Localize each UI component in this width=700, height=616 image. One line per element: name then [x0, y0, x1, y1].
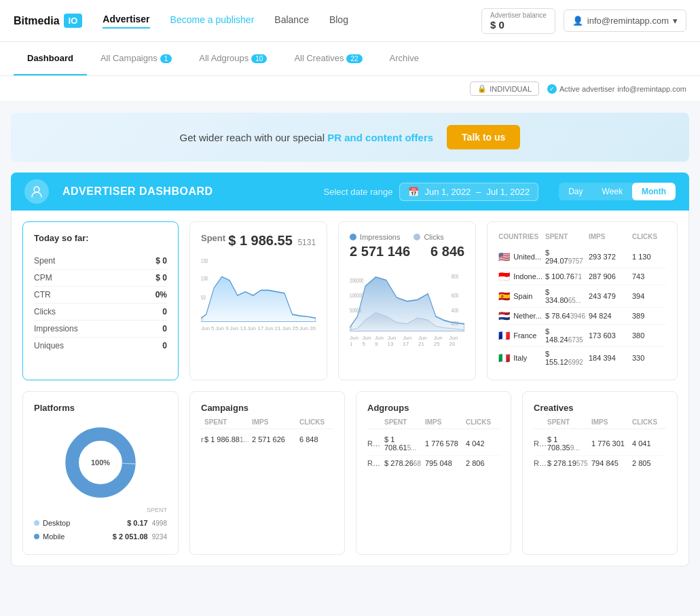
svg-text:200: 200 [452, 320, 458, 327]
individual-badge: 🔒 INDIVIDUAL [470, 81, 539, 96]
spent-label: Spent [201, 233, 225, 243]
day-button[interactable]: Day [559, 183, 592, 200]
nav-advertiser[interactable]: Advertiser [103, 14, 149, 29]
country-name-fr: 🇫🇷France [498, 330, 542, 341]
adgroups-table-header: SPENT IMPS CLICKS [367, 418, 500, 429]
nav-balance[interactable]: Balance [274, 14, 309, 28]
bottom-cards-row: Platforms 100% SPENT Desktop [22, 391, 678, 555]
balance-button[interactable]: Advertiser balance $ 0 [481, 8, 555, 34]
creatives-table: SPENT IMPS CLICKS Remintlow $ 1 708.359.… [534, 418, 666, 471]
lock-icon: 🔒 [477, 84, 487, 93]
today-spent-row: Spent $ 0 [34, 253, 167, 270]
today-ctr-label: CTR [34, 290, 51, 300]
spent-chart-labels: Jun 5Jun 9Jun 13Jun 17Jun 21Jun 25Jun 20 [201, 325, 316, 331]
adgroups-row-1: Remint Go... $ 278.2668 795 048 2 806 [367, 456, 500, 471]
platforms-title: Platforms [34, 403, 167, 413]
today-clicks-row: Clicks 0 [34, 304, 167, 321]
svg-text:100000: 100000 [350, 292, 363, 299]
date-range-label: Select date range [324, 187, 393, 197]
user-icon: 👤 [572, 16, 583, 26]
tab-dashboard[interactable]: Dashboard [14, 42, 87, 75]
country-imps-fr: 173 603 [589, 331, 629, 340]
mobile-platform-row: Mobile $ 2 051.08 9234 [34, 530, 167, 543]
date-range-picker[interactable]: 📅 Jun 1, 2022 – Jul 1, 2022 [399, 183, 538, 201]
month-button[interactable]: Month [632, 183, 676, 200]
tab-archive[interactable]: Archive [376, 42, 432, 75]
campaigns-badge: 1 [160, 54, 172, 63]
campaigns-title: Campaigns [201, 403, 333, 413]
creatives-card: Creatives SPENT IMPS CLICKS Remintlow $ … [522, 391, 678, 555]
country-name-es: 🇪🇸Spain [498, 291, 542, 302]
spent-value: $ 1 986.55 [228, 233, 293, 248]
svg-text:0: 0 [350, 325, 352, 331]
person-icon [30, 185, 43, 198]
svg-text:100: 100 [201, 275, 208, 282]
country-clicks-fr: 380 [632, 331, 666, 340]
today-uniques-value: 0 [162, 341, 167, 350]
logo-text: Bitmedia [14, 15, 60, 27]
country-spent-es: $ 334.80 [545, 288, 568, 304]
week-button[interactable]: Week [593, 183, 632, 200]
active-label: Active advertiser [559, 85, 614, 93]
balance-label: Advertiser balance [490, 12, 547, 19]
country-clicks-id: 743 [632, 272, 666, 280]
adgroups-badge: 10 [251, 54, 267, 63]
adgroup-imps-0: 1 776 578 [425, 439, 466, 448]
individual-label: INDIVIDUAL [490, 85, 532, 93]
country-row-nl: 🇳🇱Nether... $ 78.643946 94 824 389 [498, 308, 666, 325]
svg-text:0: 0 [201, 315, 203, 322]
country-imps-us: 293 372 [589, 253, 629, 261]
creative-imps-1: 794 845 [591, 459, 632, 467]
donut-label: 100% [91, 458, 110, 467]
main-content: Today so far: Spent $ 0 CPM $ 0 CTR 0% C… [11, 211, 689, 566]
today-spent-value: $ 0 [155, 256, 167, 266]
country-name-id: 🇮🇩Indone... [498, 271, 542, 282]
country-row-it: 🇮🇹Italy $ 155.126992 184 394 330 [498, 347, 666, 369]
tab-adgroups[interactable]: All Adgroups10 [185, 42, 280, 75]
creatives-title: Creatives [534, 403, 666, 413]
nav-blog[interactable]: Blog [329, 14, 348, 28]
mobile-label: Mobile [34, 532, 65, 541]
tab-campaigns[interactable]: All Campaigns1 [87, 42, 185, 75]
spent-card: Spent $ 1 986.55 5131 0 50 [189, 221, 327, 380]
campaign-imps-0: 2 571 626 [252, 435, 299, 443]
dashboard-header: ADVERTISER DASHBOARD Select date range 📅… [11, 173, 689, 211]
talk-to-us-button[interactable]: Talk to us [447, 125, 520, 149]
imps-chart-labels: Jun 1Jun 5Jun 9Jun 13Jun 17Jun 21Jun 25J… [350, 335, 464, 347]
mobile-values: $ 2 051.08 9234 [113, 532, 167, 541]
svg-text:50: 50 [201, 294, 206, 301]
creative-name-1: Remintlow [534, 459, 547, 467]
today-uniques-row: Uniques 0 [34, 338, 167, 354]
country-clicks-nl: 389 [632, 312, 666, 320]
nav-publisher[interactable]: Become a publisher [170, 14, 255, 28]
spent-sub: 5131 [297, 238, 316, 247]
mobile-spent: $ 2 051.08 [113, 532, 148, 541]
logo[interactable]: Bitmedia IO [14, 14, 82, 28]
tab-creatives[interactable]: All Creatives22 [280, 42, 375, 75]
creative-clicks-0: 4 041 [632, 439, 666, 448]
platforms-card: Platforms 100% SPENT Desktop [22, 391, 179, 555]
adgroup-clicks-0: 4 042 [466, 439, 500, 448]
today-imps-row: Impressions 0 [34, 321, 167, 338]
desktop-spent: $ 0.17 [127, 519, 148, 527]
campaigns-row-0: remint $ 1 986.881... 2 571 626 6 848 [201, 432, 333, 447]
desktop-label: Desktop [34, 519, 70, 527]
balance-value: $ 0 [490, 19, 504, 31]
campaigns-card: Campaigns SPENT IMPS CLICKS remint $ 1 9… [189, 391, 345, 555]
country-spent-id: $ 100.76 [545, 272, 574, 280]
today-cpm-row: CPM $ 0 [34, 270, 167, 287]
campaigns-table: SPENT IMPS CLICKS remint $ 1 986.881... … [201, 418, 333, 447]
today-uniques-label: Uniques [34, 341, 64, 350]
creatives-badge: 22 [346, 54, 362, 63]
svg-text:600: 600 [452, 292, 458, 299]
imps-values-row: 2 571 146 6 846 [350, 244, 464, 259]
today-ctr-value: 0% [155, 290, 167, 300]
active-dot-icon [547, 84, 557, 94]
user-button[interactable]: 👤 info@remintapp.com ▾ [564, 10, 686, 32]
country-spent-fr: $ 148.24 [545, 327, 568, 344]
country-row-fr: 🇫🇷France $ 148.246735 173 603 380 [498, 325, 666, 347]
country-spent-us: $ 294.07 [545, 249, 568, 265]
adgroup-spent-0: $ 1 708.615... [384, 435, 425, 452]
today-clicks-value: 0 [162, 307, 167, 316]
country-clicks-us: 1 130 [632, 253, 666, 261]
